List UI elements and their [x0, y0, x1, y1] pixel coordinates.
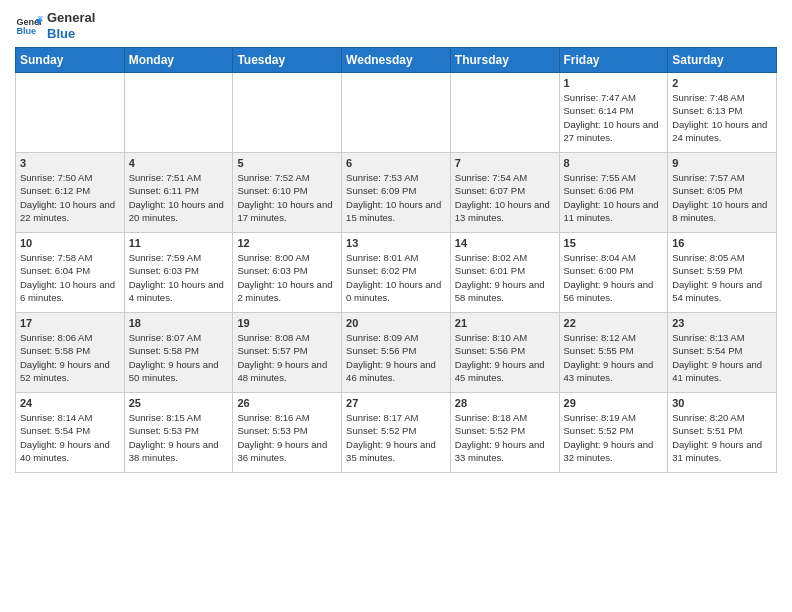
- day-info: Sunrise: 8:01 AM Sunset: 6:02 PM Dayligh…: [346, 251, 446, 304]
- day-number: 3: [20, 157, 120, 169]
- day-number: 24: [20, 397, 120, 409]
- day-info: Sunrise: 8:20 AM Sunset: 5:51 PM Dayligh…: [672, 411, 772, 464]
- day-number: 19: [237, 317, 337, 329]
- weekday-header: SundayMondayTuesdayWednesdayThursdayFrid…: [16, 48, 777, 73]
- day-number: 5: [237, 157, 337, 169]
- day-number: 8: [564, 157, 664, 169]
- calendar-cell: 10Sunrise: 7:58 AM Sunset: 6:04 PM Dayli…: [16, 233, 125, 313]
- weekday-thursday: Thursday: [450, 48, 559, 73]
- day-number: 20: [346, 317, 446, 329]
- calendar-cell: 28Sunrise: 8:18 AM Sunset: 5:52 PM Dayli…: [450, 393, 559, 473]
- day-info: Sunrise: 7:51 AM Sunset: 6:11 PM Dayligh…: [129, 171, 229, 224]
- day-number: 16: [672, 237, 772, 249]
- day-info: Sunrise: 8:14 AM Sunset: 5:54 PM Dayligh…: [20, 411, 120, 464]
- day-number: 22: [564, 317, 664, 329]
- svg-text:Blue: Blue: [16, 26, 36, 36]
- day-info: Sunrise: 8:17 AM Sunset: 5:52 PM Dayligh…: [346, 411, 446, 464]
- day-info: Sunrise: 7:47 AM Sunset: 6:14 PM Dayligh…: [564, 91, 664, 144]
- calendar-cell: 24Sunrise: 8:14 AM Sunset: 5:54 PM Dayli…: [16, 393, 125, 473]
- calendar-cell: 17Sunrise: 8:06 AM Sunset: 5:58 PM Dayli…: [16, 313, 125, 393]
- calendar-cell: 15Sunrise: 8:04 AM Sunset: 6:00 PM Dayli…: [559, 233, 668, 313]
- logo: General Blue General Blue: [15, 10, 95, 41]
- day-info: Sunrise: 7:50 AM Sunset: 6:12 PM Dayligh…: [20, 171, 120, 224]
- calendar: SundayMondayTuesdayWednesdayThursdayFrid…: [15, 47, 777, 473]
- calendar-cell: 23Sunrise: 8:13 AM Sunset: 5:54 PM Dayli…: [668, 313, 777, 393]
- day-info: Sunrise: 8:08 AM Sunset: 5:57 PM Dayligh…: [237, 331, 337, 384]
- calendar-cell: 16Sunrise: 8:05 AM Sunset: 5:59 PM Dayli…: [668, 233, 777, 313]
- calendar-cell: 27Sunrise: 8:17 AM Sunset: 5:52 PM Dayli…: [342, 393, 451, 473]
- day-info: Sunrise: 8:16 AM Sunset: 5:53 PM Dayligh…: [237, 411, 337, 464]
- day-info: Sunrise: 8:02 AM Sunset: 6:01 PM Dayligh…: [455, 251, 555, 304]
- day-number: 21: [455, 317, 555, 329]
- calendar-cell: 25Sunrise: 8:15 AM Sunset: 5:53 PM Dayli…: [124, 393, 233, 473]
- calendar-cell: 12Sunrise: 8:00 AM Sunset: 6:03 PM Dayli…: [233, 233, 342, 313]
- calendar-cell: [124, 73, 233, 153]
- week-row-5: 24Sunrise: 8:14 AM Sunset: 5:54 PM Dayli…: [16, 393, 777, 473]
- calendar-cell: [342, 73, 451, 153]
- day-number: 2: [672, 77, 772, 89]
- day-info: Sunrise: 7:52 AM Sunset: 6:10 PM Dayligh…: [237, 171, 337, 224]
- day-number: 7: [455, 157, 555, 169]
- day-number: 28: [455, 397, 555, 409]
- day-number: 6: [346, 157, 446, 169]
- calendar-cell: 8Sunrise: 7:55 AM Sunset: 6:06 PM Daylig…: [559, 153, 668, 233]
- day-number: 10: [20, 237, 120, 249]
- calendar-cell: [16, 73, 125, 153]
- logo-icon: General Blue: [15, 12, 43, 40]
- day-number: 1: [564, 77, 664, 89]
- day-number: 26: [237, 397, 337, 409]
- day-info: Sunrise: 7:53 AM Sunset: 6:09 PM Dayligh…: [346, 171, 446, 224]
- day-info: Sunrise: 8:13 AM Sunset: 5:54 PM Dayligh…: [672, 331, 772, 384]
- day-number: 14: [455, 237, 555, 249]
- calendar-cell: 7Sunrise: 7:54 AM Sunset: 6:07 PM Daylig…: [450, 153, 559, 233]
- calendar-cell: 20Sunrise: 8:09 AM Sunset: 5:56 PM Dayli…: [342, 313, 451, 393]
- day-info: Sunrise: 8:07 AM Sunset: 5:58 PM Dayligh…: [129, 331, 229, 384]
- day-number: 4: [129, 157, 229, 169]
- calendar-cell: [233, 73, 342, 153]
- day-info: Sunrise: 8:00 AM Sunset: 6:03 PM Dayligh…: [237, 251, 337, 304]
- day-info: Sunrise: 8:06 AM Sunset: 5:58 PM Dayligh…: [20, 331, 120, 384]
- day-info: Sunrise: 7:55 AM Sunset: 6:06 PM Dayligh…: [564, 171, 664, 224]
- day-number: 18: [129, 317, 229, 329]
- calendar-cell: 13Sunrise: 8:01 AM Sunset: 6:02 PM Dayli…: [342, 233, 451, 313]
- weekday-friday: Friday: [559, 48, 668, 73]
- day-info: Sunrise: 7:54 AM Sunset: 6:07 PM Dayligh…: [455, 171, 555, 224]
- day-info: Sunrise: 8:12 AM Sunset: 5:55 PM Dayligh…: [564, 331, 664, 384]
- weekday-monday: Monday: [124, 48, 233, 73]
- day-number: 9: [672, 157, 772, 169]
- calendar-cell: 9Sunrise: 7:57 AM Sunset: 6:05 PM Daylig…: [668, 153, 777, 233]
- calendar-cell: 14Sunrise: 8:02 AM Sunset: 6:01 PM Dayli…: [450, 233, 559, 313]
- calendar-cell: 1Sunrise: 7:47 AM Sunset: 6:14 PM Daylig…: [559, 73, 668, 153]
- calendar-cell: [450, 73, 559, 153]
- week-row-1: 1Sunrise: 7:47 AM Sunset: 6:14 PM Daylig…: [16, 73, 777, 153]
- calendar-cell: 26Sunrise: 8:16 AM Sunset: 5:53 PM Dayli…: [233, 393, 342, 473]
- day-number: 30: [672, 397, 772, 409]
- week-row-3: 10Sunrise: 7:58 AM Sunset: 6:04 PM Dayli…: [16, 233, 777, 313]
- day-info: Sunrise: 7:59 AM Sunset: 6:03 PM Dayligh…: [129, 251, 229, 304]
- day-info: Sunrise: 7:57 AM Sunset: 6:05 PM Dayligh…: [672, 171, 772, 224]
- calendar-cell: 30Sunrise: 8:20 AM Sunset: 5:51 PM Dayli…: [668, 393, 777, 473]
- calendar-cell: 21Sunrise: 8:10 AM Sunset: 5:56 PM Dayli…: [450, 313, 559, 393]
- day-info: Sunrise: 7:48 AM Sunset: 6:13 PM Dayligh…: [672, 91, 772, 144]
- day-info: Sunrise: 8:10 AM Sunset: 5:56 PM Dayligh…: [455, 331, 555, 384]
- calendar-cell: 2Sunrise: 7:48 AM Sunset: 6:13 PM Daylig…: [668, 73, 777, 153]
- calendar-cell: 11Sunrise: 7:59 AM Sunset: 6:03 PM Dayli…: [124, 233, 233, 313]
- week-row-4: 17Sunrise: 8:06 AM Sunset: 5:58 PM Dayli…: [16, 313, 777, 393]
- week-row-2: 3Sunrise: 7:50 AM Sunset: 6:12 PM Daylig…: [16, 153, 777, 233]
- calendar-cell: 29Sunrise: 8:19 AM Sunset: 5:52 PM Dayli…: [559, 393, 668, 473]
- day-info: Sunrise: 8:04 AM Sunset: 6:00 PM Dayligh…: [564, 251, 664, 304]
- weekday-tuesday: Tuesday: [233, 48, 342, 73]
- calendar-cell: 18Sunrise: 8:07 AM Sunset: 5:58 PM Dayli…: [124, 313, 233, 393]
- calendar-cell: 5Sunrise: 7:52 AM Sunset: 6:10 PM Daylig…: [233, 153, 342, 233]
- day-info: Sunrise: 8:15 AM Sunset: 5:53 PM Dayligh…: [129, 411, 229, 464]
- day-number: 11: [129, 237, 229, 249]
- day-info: Sunrise: 8:05 AM Sunset: 5:59 PM Dayligh…: [672, 251, 772, 304]
- day-info: Sunrise: 8:09 AM Sunset: 5:56 PM Dayligh…: [346, 331, 446, 384]
- calendar-cell: 4Sunrise: 7:51 AM Sunset: 6:11 PM Daylig…: [124, 153, 233, 233]
- logo-text: General Blue: [47, 10, 95, 41]
- day-number: 12: [237, 237, 337, 249]
- weekday-saturday: Saturday: [668, 48, 777, 73]
- day-info: Sunrise: 8:19 AM Sunset: 5:52 PM Dayligh…: [564, 411, 664, 464]
- calendar-cell: 3Sunrise: 7:50 AM Sunset: 6:12 PM Daylig…: [16, 153, 125, 233]
- day-number: 17: [20, 317, 120, 329]
